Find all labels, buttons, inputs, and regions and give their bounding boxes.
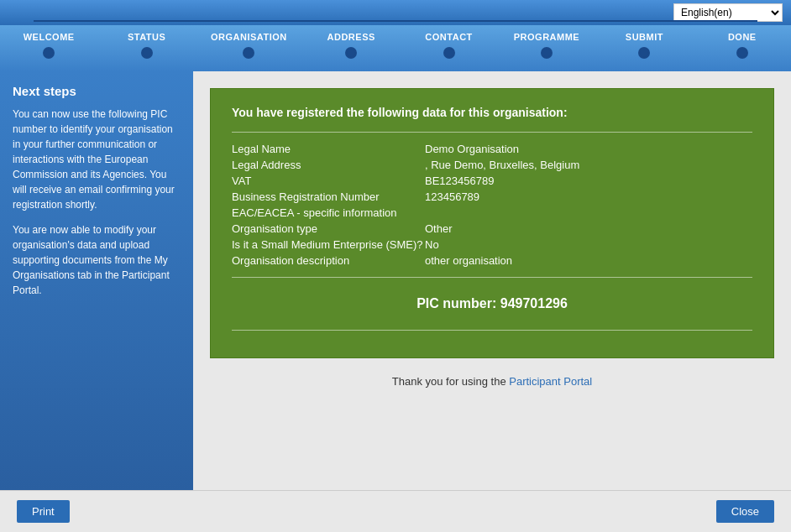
step-label-done: DONE bbox=[728, 32, 757, 42]
data-field-label: Legal Address bbox=[232, 159, 425, 171]
steps-connector-line bbox=[34, 20, 757, 22]
step-organisation: ORGANISATION bbox=[211, 32, 287, 59]
registration-data-box: You have registered the following data f… bbox=[210, 88, 774, 358]
language-dropdown[interactable]: English(en) bbox=[673, 3, 783, 22]
step-label-welcome: WELCOME bbox=[24, 32, 75, 42]
data-field-value: Demo Organisation bbox=[425, 143, 752, 155]
data-row: Business Registration Number123456789 bbox=[232, 190, 752, 203]
step-label-submit: SUBMIT bbox=[626, 32, 663, 42]
step-contact: CONTACT bbox=[416, 32, 483, 59]
step-dot-address bbox=[345, 47, 357, 59]
step-dot-contact bbox=[443, 47, 455, 59]
participant-portal-link[interactable]: Participant Portal bbox=[509, 375, 592, 388]
data-row: EAC/EACEA - specific information bbox=[232, 206, 752, 219]
main-content: Next steps You can now use the following… bbox=[0, 71, 791, 490]
content-area: You have registered the following data f… bbox=[193, 71, 791, 490]
data-field-value: Other bbox=[425, 222, 752, 235]
data-field-label: Legal Name bbox=[232, 143, 425, 155]
step-dot-submit bbox=[638, 47, 650, 59]
data-field-value: 123456789 bbox=[425, 190, 752, 203]
data-row: Legal NameDemo Organisation bbox=[232, 143, 752, 155]
close-button[interactable]: Close bbox=[716, 500, 774, 523]
data-field-label: Business Registration Number bbox=[232, 190, 425, 203]
sidebar-paragraph-1: You can now use the following PIC number… bbox=[13, 107, 181, 212]
databox-heading: You have registered the following data f… bbox=[232, 106, 752, 119]
sidebar-paragraph-2: You are now able to modify your organisa… bbox=[13, 222, 181, 298]
step-dot-programme bbox=[541, 47, 553, 59]
bottom-divider bbox=[232, 330, 752, 331]
data-row: Is it a Small Medium Enterprise (SME)?No bbox=[232, 238, 752, 251]
data-row: Legal Address, Rue Demo, Bruxelles, Belg… bbox=[232, 159, 752, 171]
data-field-value: BE123456789 bbox=[425, 175, 752, 187]
step-programme: PROGRAMME bbox=[513, 32, 580, 59]
sidebar-title: Next steps bbox=[13, 84, 181, 98]
data-row: Organisation descriptionother organisati… bbox=[232, 254, 752, 267]
mid-divider bbox=[232, 277, 752, 278]
steps-wrapper: WELCOME STATUS ORGANISATION ADDRESS CONT… bbox=[0, 32, 791, 59]
step-label-programme: PROGRAMME bbox=[514, 32, 579, 42]
data-field-label: EAC/EACEA - specific information bbox=[232, 206, 425, 219]
data-field-value: , Rue Demo, Bruxelles, Belgium bbox=[425, 159, 752, 171]
language-selector[interactable]: English(en) bbox=[673, 3, 783, 22]
pic-number: PIC number: 949701296 bbox=[232, 288, 752, 320]
bottom-bar: Print Close bbox=[0, 490, 791, 532]
step-dot-organisation bbox=[243, 47, 254, 59]
data-row: Organisation typeOther bbox=[232, 222, 752, 235]
step-label-status: STATUS bbox=[128, 32, 165, 42]
data-field-label: Organisation type bbox=[232, 222, 425, 235]
step-label-address: ADDRESS bbox=[327, 32, 375, 42]
step-status: STATUS bbox=[113, 32, 181, 59]
print-button[interactable]: Print bbox=[17, 500, 70, 523]
step-dot-done bbox=[736, 47, 748, 59]
step-address: ADDRESS bbox=[317, 32, 385, 59]
sidebar: Next steps You can now use the following… bbox=[0, 71, 193, 490]
data-field-label: Is it a Small Medium Enterprise (SME)? bbox=[232, 238, 425, 251]
steps-navigation: WELCOME STATUS ORGANISATION ADDRESS CONT… bbox=[0, 25, 791, 71]
data-field-value bbox=[425, 206, 752, 219]
top-divider bbox=[232, 132, 752, 133]
step-dot-status bbox=[141, 47, 153, 59]
data-field-value: No bbox=[425, 238, 752, 251]
thank-you-message: Thank you for using the Participant Port… bbox=[210, 375, 774, 388]
step-dot-welcome bbox=[43, 47, 55, 59]
step-done: DONE bbox=[709, 32, 776, 59]
step-welcome: WELCOME bbox=[15, 32, 82, 59]
data-row: VATBE123456789 bbox=[232, 175, 752, 187]
data-field-value: other organisation bbox=[425, 254, 752, 267]
step-label-organisation: ORGANISATION bbox=[211, 32, 287, 42]
data-fields: Legal NameDemo OrganisationLegal Address… bbox=[232, 143, 752, 267]
step-label-contact: CONTACT bbox=[425, 32, 472, 42]
data-field-label: VAT bbox=[232, 175, 425, 187]
data-field-label: Organisation description bbox=[232, 254, 425, 267]
step-submit: SUBMIT bbox=[610, 32, 678, 59]
